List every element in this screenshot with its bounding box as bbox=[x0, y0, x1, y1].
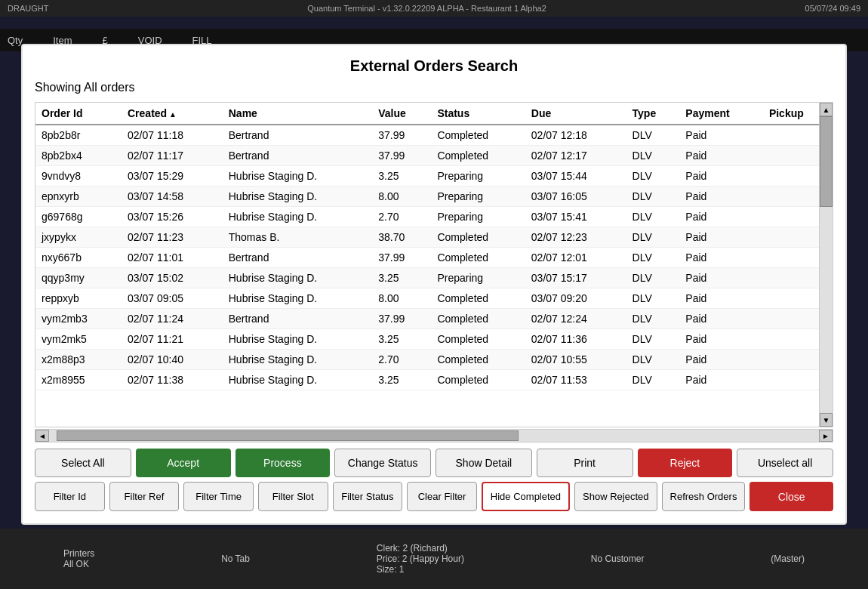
refresh-orders-button[interactable]: Refresh Orders bbox=[662, 482, 746, 511]
table-cell: 02/07 12:23 bbox=[525, 227, 626, 248]
master-info: (Master) bbox=[771, 554, 805, 564]
table-cell: DLV bbox=[626, 125, 680, 146]
table-cell: DLV bbox=[626, 329, 680, 350]
table-cell: 8pb2bx4 bbox=[35, 146, 122, 166]
filter-time-button[interactable]: Filter Time bbox=[183, 482, 254, 511]
table-row[interactable]: x2m88p302/07 10:40Hubrise Staging D.2.70… bbox=[35, 350, 833, 370]
table-cell: 37.99 bbox=[372, 248, 431, 268]
table-cell: 8.00 bbox=[372, 288, 431, 309]
select-all-button[interactable]: Select All bbox=[35, 449, 131, 477]
table-cell: 9vndvy8 bbox=[35, 166, 122, 187]
table-cell: nxy667b bbox=[35, 248, 122, 268]
table-cell: 02/07 11:17 bbox=[122, 146, 223, 166]
hide-completed-button[interactable]: Hide Completed bbox=[482, 482, 570, 511]
table-row[interactable]: g69768g03/07 15:26Hubrise Staging D.2.70… bbox=[35, 207, 833, 227]
orders-table-container: Order Id Created Name Value Status Due T… bbox=[35, 102, 833, 427]
table-cell: 02/07 11:01 bbox=[122, 248, 223, 268]
table-cell: Completed bbox=[431, 370, 525, 390]
table-row[interactable]: x2m895502/07 11:38Hubrise Staging D.3.25… bbox=[35, 370, 833, 390]
unselect-all-button[interactable]: Unselect all bbox=[737, 449, 833, 477]
modal-title: External Orders Search bbox=[35, 57, 833, 75]
table-cell: Paid bbox=[679, 166, 763, 187]
table-header-row: Order Id Created Name Value Status Due T… bbox=[35, 103, 833, 125]
table-row[interactable]: 8pb2b8r02/07 11:18Bertrand37.99Completed… bbox=[35, 125, 833, 146]
col-payment: Payment bbox=[679, 103, 763, 125]
table-cell: 02/07 10:55 bbox=[525, 350, 626, 370]
table-cell: Paid bbox=[679, 125, 763, 146]
reject-button[interactable]: Reject bbox=[638, 449, 733, 477]
printers-status: Printers All OK bbox=[63, 548, 94, 569]
table-cell: Paid bbox=[679, 288, 763, 309]
horizontal-scrollbar[interactable]: ◄ ► bbox=[35, 429, 833, 443]
bottom-bar: Printers All OK No Tab Clerk: 2 (Richard… bbox=[0, 529, 868, 589]
table-row[interactable]: reppxyb03/07 09:05Hubrise Staging D.8.00… bbox=[35, 288, 833, 309]
table-cell: Completed bbox=[431, 329, 525, 350]
table-cell: Hubrise Staging D. bbox=[223, 187, 372, 207]
scroll-thumb[interactable] bbox=[820, 116, 833, 207]
col-created[interactable]: Created bbox=[122, 103, 223, 125]
table-row[interactable]: jxypykx02/07 11:23Thomas B.38.70Complete… bbox=[35, 227, 833, 248]
filter-status-button[interactable]: Filter Status bbox=[333, 482, 403, 511]
table-cell: 2.70 bbox=[372, 350, 431, 370]
table-cell: Hubrise Staging D. bbox=[223, 166, 372, 187]
print-button[interactable]: Print bbox=[537, 449, 633, 477]
table-cell: g69768g bbox=[35, 207, 122, 227]
table-cell: DLV bbox=[626, 309, 680, 329]
table-cell: Preparing bbox=[431, 166, 525, 187]
table-cell: Completed bbox=[431, 309, 525, 329]
scroll-left-arrow[interactable]: ◄ bbox=[35, 430, 49, 442]
table-cell: 03/07 09:05 bbox=[122, 288, 223, 309]
modal: External Orders Search Showing All order… bbox=[21, 44, 847, 525]
show-rejected-button[interactable]: Show Rejected bbox=[574, 482, 657, 511]
customer-info: No Customer bbox=[591, 554, 645, 564]
table-cell: 37.99 bbox=[372, 309, 431, 329]
table-cell: 02/07 11:21 bbox=[122, 329, 223, 350]
col-value: Value bbox=[372, 103, 431, 125]
table-cell: qqyp3my bbox=[35, 268, 122, 288]
table-cell: vym2mb3 bbox=[35, 309, 122, 329]
filter-id-button[interactable]: Filter Id bbox=[35, 482, 105, 511]
table-row[interactable]: vym2mk502/07 11:21Hubrise Staging D.3.25… bbox=[35, 329, 833, 350]
table-cell: Bertrand bbox=[223, 125, 372, 146]
table-cell: 03/07 16:05 bbox=[525, 187, 626, 207]
table-cell: Paid bbox=[679, 187, 763, 207]
table-cell: Bertrand bbox=[223, 248, 372, 268]
table-cell: DLV bbox=[626, 248, 680, 268]
table-row[interactable]: 9vndvy803/07 15:29Hubrise Staging D.3.25… bbox=[35, 166, 833, 187]
process-button[interactable]: Process bbox=[235, 449, 331, 477]
table-row[interactable]: vym2mb302/07 11:24Bertrand37.99Completed… bbox=[35, 309, 833, 329]
filter-ref-button[interactable]: Filter Ref bbox=[109, 482, 180, 511]
vertical-scrollbar[interactable]: ▲ ▼ bbox=[819, 103, 833, 427]
table-cell: 03/07 09:20 bbox=[525, 288, 626, 309]
table-row[interactable]: epnxyrb03/07 14:58Hubrise Staging D.8.00… bbox=[35, 187, 833, 207]
table-cell: DLV bbox=[626, 227, 680, 248]
table-cell: DLV bbox=[626, 146, 680, 166]
table-cell: 02/07 11:38 bbox=[122, 370, 223, 390]
table-row[interactable]: 8pb2bx402/07 11:17Bertrand37.99Completed… bbox=[35, 146, 833, 166]
table-cell: Hubrise Staging D. bbox=[223, 370, 372, 390]
showing-label: Showing All orders bbox=[35, 81, 833, 94]
table-row[interactable]: nxy667b02/07 11:01Bertrand37.99Completed… bbox=[35, 248, 833, 268]
table-cell: jxypykx bbox=[35, 227, 122, 248]
change-status-button[interactable]: Change Status bbox=[334, 449, 431, 477]
table-cell: 03/07 15:02 bbox=[122, 268, 223, 288]
scroll-up-arrow[interactable]: ▲ bbox=[820, 103, 833, 116]
table-cell: Paid bbox=[679, 268, 763, 288]
col-due: Due bbox=[525, 103, 626, 125]
scroll-right-arrow[interactable]: ► bbox=[819, 430, 833, 442]
show-detail-button[interactable]: Show Detail bbox=[436, 449, 532, 477]
filter-slot-button[interactable]: Filter Slot bbox=[258, 482, 328, 511]
scroll-down-arrow[interactable]: ▼ bbox=[820, 413, 833, 427]
timestamp: 05/07/24 09:49 bbox=[805, 4, 860, 13]
table-cell: DLV bbox=[626, 288, 680, 309]
filter-button-row: Filter Id Filter Ref Filter Time Filter … bbox=[35, 482, 833, 511]
clear-filter-button[interactable]: Clear Filter bbox=[407, 482, 477, 511]
table-scroll[interactable]: Order Id Created Name Value Status Due T… bbox=[35, 103, 833, 427]
table-cell: 02/07 11:53 bbox=[525, 370, 626, 390]
h-scroll-thumb[interactable] bbox=[57, 430, 519, 441]
orders-table: Order Id Created Name Value Status Due T… bbox=[35, 103, 833, 390]
table-row[interactable]: qqyp3my03/07 15:02Hubrise Staging D.3.25… bbox=[35, 268, 833, 288]
close-button[interactable]: Close bbox=[749, 482, 833, 511]
accept-button[interactable]: Accept bbox=[136, 449, 231, 477]
table-cell: 03/07 14:58 bbox=[122, 187, 223, 207]
